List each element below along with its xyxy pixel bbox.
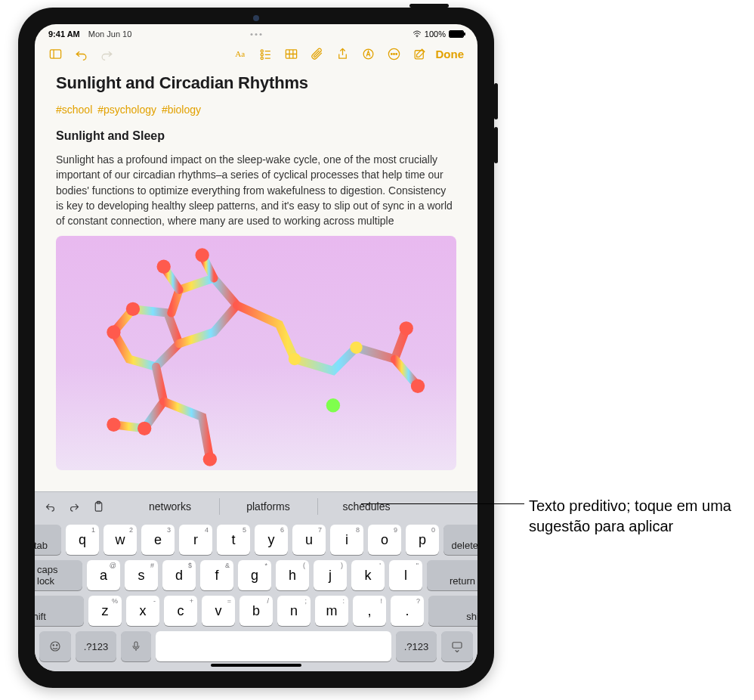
svg-point-30	[203, 453, 217, 466]
key-capslock[interactable]: caps lock	[35, 560, 82, 590]
svg-rect-42	[453, 643, 462, 649]
key-shift-left[interactable]: shift	[35, 596, 84, 626]
key-v[interactable]: v=	[202, 596, 235, 626]
key-tab[interactable]: tab	[35, 525, 61, 555]
sidebar-toggle-icon[interactable]	[44, 43, 66, 64]
tag[interactable]: #school	[56, 104, 92, 116]
key-dictation[interactable]	[121, 631, 151, 661]
svg-rect-1	[50, 49, 60, 57]
multitask-dots[interactable]	[251, 33, 262, 36]
svg-point-6	[261, 53, 263, 55]
keyboard: networks platforms schedules tab q1w2e3r…	[35, 491, 477, 671]
key-n[interactable]: n;	[277, 596, 311, 626]
done-button[interactable]: Done	[434, 48, 469, 60]
predictive-suggestions: networks platforms schedules	[112, 492, 425, 521]
key-h[interactable]: h(	[276, 560, 309, 590]
volume-down-button[interactable]	[494, 127, 498, 163]
key-q[interactable]: q1	[66, 525, 99, 555]
predictive-suggestion[interactable]: networks	[121, 492, 219, 521]
status-date: Mon Jun 10	[88, 29, 131, 39]
kb-redo-icon[interactable]	[63, 496, 85, 517]
key-,[interactable]: ,!	[353, 596, 386, 626]
key-p[interactable]: p0	[406, 525, 439, 555]
svg-point-28	[107, 418, 120, 432]
tag[interactable]: #psychology	[97, 104, 156, 116]
key-z[interactable]: z%	[88, 596, 122, 626]
kb-clipboard-icon[interactable]	[88, 496, 109, 517]
key-t[interactable]: t5	[217, 525, 250, 555]
key-d[interactable]: d$	[162, 560, 196, 590]
key-j[interactable]: j)	[314, 560, 347, 590]
volume-up-button[interactable]	[494, 83, 498, 119]
svg-point-29	[138, 422, 151, 435]
text-format-icon[interactable]: Aa	[229, 43, 252, 64]
wifi-icon	[413, 30, 422, 38]
key-f[interactable]: f&	[200, 560, 233, 590]
key-l[interactable]: l"	[389, 560, 422, 590]
key-x[interactable]: x-	[126, 596, 159, 626]
power-button[interactable]	[409, 4, 449, 8]
key-k[interactable]: k'	[351, 560, 385, 590]
key-y[interactable]: y6	[255, 525, 288, 555]
svg-point-38	[51, 642, 60, 651]
markup-icon[interactable]	[357, 43, 380, 64]
svg-point-16	[391, 53, 393, 54]
key-o[interactable]: o9	[368, 525, 401, 555]
key-b[interactable]: b/	[239, 596, 273, 626]
note-content[interactable]: Sunlight and Circadian Rhythms #school #…	[35, 70, 477, 491]
key-s[interactable]: s#	[125, 560, 158, 590]
key-space[interactable]	[156, 631, 391, 661]
annotation-callout: Texto preditivo; toque em uma sugestão p…	[529, 496, 733, 537]
key-a[interactable]: a@	[87, 560, 120, 590]
key-m[interactable]: m:	[315, 596, 348, 626]
predictive-suggestion[interactable]: platforms	[219, 492, 317, 521]
svg-point-0	[416, 36, 417, 37]
home-indicator[interactable]	[211, 664, 301, 667]
attachment-icon[interactable]	[306, 43, 329, 64]
more-icon[interactable]	[383, 43, 406, 64]
status-bar: 9:41 AM Mon Jun 10 100%	[35, 24, 477, 40]
compose-icon[interactable]	[409, 43, 431, 64]
key-delete[interactable]: delete	[443, 525, 477, 555]
note-image-molecule[interactable]	[56, 236, 456, 470]
kb-undo-icon[interactable]	[39, 496, 60, 517]
key-r[interactable]: r4	[179, 525, 212, 555]
key-.[interactable]: .?	[391, 596, 424, 626]
key-symbols-left[interactable]: .?123	[76, 631, 116, 661]
key-dismiss-keyboard[interactable]	[441, 631, 473, 661]
note-paragraph: Sunlight has a profound impact on the sl…	[56, 152, 456, 228]
svg-point-34	[289, 353, 301, 365]
svg-text:Aa: Aa	[235, 49, 245, 58]
share-icon[interactable]	[332, 43, 354, 64]
svg-point-24	[107, 326, 120, 339]
svg-point-18	[396, 53, 397, 54]
svg-point-40	[57, 645, 58, 646]
table-icon[interactable]	[280, 43, 303, 64]
key-shift-right[interactable]: shift	[428, 596, 477, 626]
checklist-icon[interactable]	[255, 43, 277, 64]
front-camera	[253, 15, 259, 21]
undo-icon[interactable]	[70, 43, 92, 64]
key-i[interactable]: i8	[330, 525, 363, 555]
key-return[interactable]: return	[427, 560, 477, 590]
svg-point-31	[400, 322, 413, 336]
ipad-frame: 9:41 AM Mon Jun 10 100%	[18, 8, 494, 688]
predictive-suggestion[interactable]: schedules	[317, 492, 416, 521]
tag[interactable]: #biology	[162, 104, 201, 116]
screen: 9:41 AM Mon Jun 10 100%	[35, 24, 477, 671]
note-tags[interactable]: #school #psychology #biology	[56, 104, 456, 116]
note-title: Sunlight and Circadian Rhythms	[56, 73, 456, 93]
key-emoji[interactable]	[39, 631, 71, 661]
svg-rect-41	[134, 642, 138, 647]
key-u[interactable]: u7	[292, 525, 326, 555]
key-w[interactable]: w2	[104, 525, 137, 555]
key-symbols-right[interactable]: .?123	[396, 631, 437, 661]
key-c[interactable]: c+	[164, 596, 197, 626]
key-g[interactable]: g*	[238, 560, 271, 590]
svg-point-35	[350, 342, 362, 354]
key-e[interactable]: e3	[141, 525, 175, 555]
note-heading: Sunlight and Sleep	[56, 129, 456, 143]
annotation-leader-line	[361, 503, 524, 504]
svg-point-26	[195, 249, 209, 262]
svg-point-8	[261, 57, 263, 59]
